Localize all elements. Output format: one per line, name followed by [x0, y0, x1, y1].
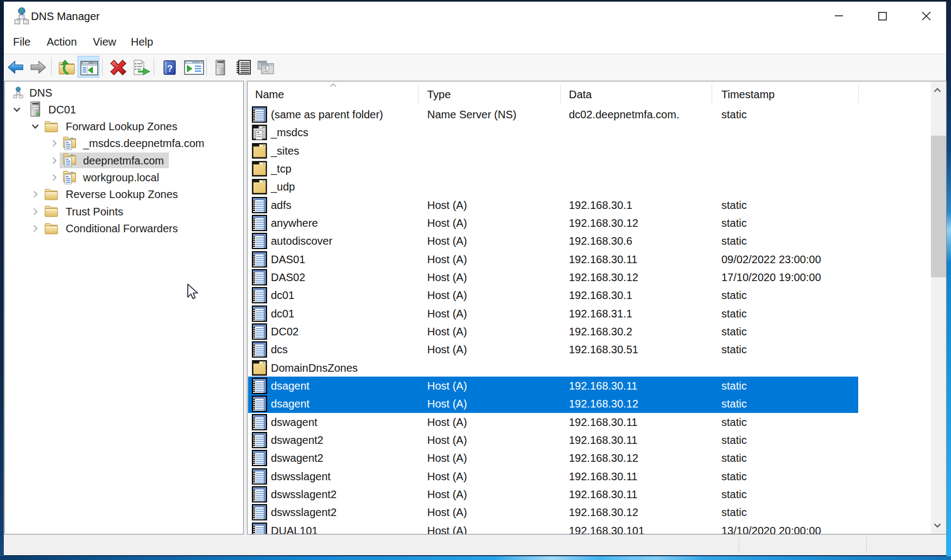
- column-header-timestamp[interactable]: Timestamp: [721, 82, 775, 105]
- toolbar-delete-button[interactable]: [107, 56, 129, 78]
- record-book-icon: [236, 60, 251, 75]
- toolbar-separator: [154, 58, 154, 76]
- vertical-scrollbar[interactable]: [931, 82, 946, 534]
- table-row[interactable]: dc01Host (A)192.168.31.1static: [248, 304, 931, 322]
- chevron-down-icon[interactable]: [31, 124, 39, 129]
- tree-item-trust-points[interactable]: Trust Points: [5, 203, 243, 220]
- tree-item-dc01[interactable]: DC01: [5, 101, 243, 118]
- row-selection-highlight: [248, 377, 858, 395]
- column-divider[interactable]: [418, 84, 419, 104]
- toolbar-forward-button[interactable]: [27, 56, 49, 78]
- scrollbar-thumb[interactable]: [931, 136, 946, 277]
- table-row[interactable]: DAS02Host (A)192.168.30.1217/10/2020 19:…: [248, 268, 931, 286]
- table-row[interactable]: (same as parent folder)Name Server (NS)d…: [248, 105, 931, 123]
- tree-item-conditional-forwarders[interactable]: Conditional Forwarders: [5, 220, 243, 237]
- toolbar-server-tower-button[interactable]: [210, 56, 231, 78]
- tree-item-label: DNS: [29, 84, 52, 101]
- column-header-name[interactable]: Name: [255, 82, 284, 105]
- table-row[interactable]: dsagentHost (A)192.168.30.11static: [248, 377, 931, 394]
- table-row[interactable]: dswsslagent2Host (A)192.168.30.12static: [248, 503, 931, 521]
- table-row[interactable]: _msdcs: [248, 123, 931, 141]
- cell-name: dswagent2: [271, 431, 324, 449]
- menu-file[interactable]: File: [13, 30, 30, 54]
- chevron-right-icon[interactable]: [52, 174, 57, 181]
- table-row[interactable]: dswagent2Host (A)192.168.30.12static: [248, 449, 931, 467]
- list-header: NameTypeDataTimestamp: [248, 82, 931, 105]
- toolbar-record-book-button[interactable]: [232, 56, 254, 78]
- column-divider[interactable]: [858, 84, 859, 104]
- minimize-button[interactable]: [835, 15, 843, 17]
- toolbar-separator: [206, 58, 207, 76]
- cell-timestamp: static: [721, 394, 747, 412]
- cell-data: 192.168.30.11: [569, 467, 637, 485]
- menu-view[interactable]: View: [93, 30, 116, 54]
- dns-manager-icon: [14, 7, 29, 24]
- chevron-right-icon[interactable]: [33, 208, 38, 215]
- column-header-data[interactable]: Data: [569, 82, 592, 105]
- table-row[interactable]: _sites: [248, 142, 931, 160]
- list-folder-icon: [252, 179, 267, 195]
- folder-icon: [45, 121, 58, 132]
- column-divider[interactable]: [712, 84, 712, 104]
- tree-item-workgroup-local[interactable]: workgroup.local: [5, 169, 243, 186]
- menu-help[interactable]: Help: [131, 30, 153, 54]
- forward-arrow-icon: [30, 61, 46, 74]
- table-row[interactable]: DUAL101Host (A)192.168.30.10113/10/2020 …: [248, 521, 931, 534]
- cell-name: anywhere: [271, 214, 318, 232]
- chevron-right-icon[interactable]: [33, 225, 38, 232]
- cell-data: 192.168.30.11: [569, 250, 637, 268]
- chevron-right-icon[interactable]: [52, 157, 57, 164]
- table-row[interactable]: DAS01Host (A)192.168.30.1109/02/2022 23:…: [248, 250, 931, 268]
- table-row[interactable]: _udp: [248, 177, 931, 195]
- cell-data: 192.168.30.12: [569, 394, 638, 412]
- mouse-cursor: [187, 283, 199, 301]
- cell-type: Host (A): [427, 394, 467, 412]
- table-row[interactable]: autodiscoverHost (A)192.168.30.6static: [248, 232, 931, 250]
- chevron-right-icon[interactable]: [52, 139, 57, 147]
- cell-name: dswsslagent: [271, 467, 331, 485]
- cell-name: dc01: [271, 304, 294, 322]
- maximize-button[interactable]: [878, 12, 887, 21]
- scroll-up-icon[interactable]: [934, 88, 941, 93]
- table-row[interactable]: dswsslagent2Host (A)192.168.30.11static: [248, 485, 931, 503]
- table-row[interactable]: DomainDnsZones: [248, 359, 931, 377]
- tree-item-deepnetmfa-com[interactable]: deepnetmfa.com: [5, 152, 243, 169]
- table-row[interactable]: DC02Host (A)192.168.30.2static: [248, 322, 931, 340]
- toolbar-show-console-tree-button[interactable]: [78, 56, 99, 78]
- toolbar-export-list-button[interactable]: [130, 56, 152, 78]
- column-header-type[interactable]: Type: [427, 82, 451, 105]
- record-icon: [252, 504, 267, 520]
- table-row[interactable]: dswagent2Host (A)192.168.30.11static: [248, 431, 931, 449]
- menu-action[interactable]: Action: [47, 30, 77, 54]
- toolbar-back-button[interactable]: [4, 56, 26, 78]
- table-row[interactable]: dswsslagentHost (A)192.168.30.11static: [248, 467, 931, 485]
- tree-item-reverse-lookup-zones[interactable]: Reverse Lookup Zones: [5, 186, 243, 202]
- table-row[interactable]: anywhereHost (A)192.168.30.12static: [248, 214, 931, 232]
- folder-icon: [45, 189, 58, 200]
- cell-data: 192.168.30.101: [569, 521, 644, 534]
- toolbar-up-one-level-button[interactable]: [55, 56, 77, 78]
- table-row[interactable]: adfsHost (A)192.168.30.1static: [248, 196, 931, 214]
- close-button[interactable]: [922, 11, 931, 21]
- column-divider[interactable]: [560, 84, 561, 104]
- table-row[interactable]: dc01Host (A)192.168.30.1static: [248, 286, 931, 304]
- cell-type: Host (A): [427, 413, 467, 431]
- toolbar-help-button[interactable]: [158, 56, 180, 78]
- chevron-down-icon[interactable]: [13, 107, 21, 112]
- scroll-down-icon[interactable]: [934, 523, 941, 528]
- tree-item-dns[interactable]: DNS: [5, 84, 243, 101]
- cell-type: Host (A): [427, 485, 467, 503]
- desktop-screen: DNS Manager FileActionViewHelp DNSDC01Fo…: [0, 0, 951, 560]
- chevron-right-icon[interactable]: [33, 190, 38, 198]
- table-row[interactable]: dswagentHost (A)192.168.30.11static: [248, 413, 931, 431]
- table-row[interactable]: _tcp: [248, 160, 931, 177]
- tree-item-forward-lookup-zones[interactable]: Forward Lookup Zones: [5, 118, 243, 135]
- table-row[interactable]: dsagentHost (A)192.168.30.12static: [248, 394, 931, 412]
- cell-data: 192.168.30.11: [569, 431, 637, 449]
- table-row[interactable]: dcsHost (A)192.168.30.51static: [248, 340, 931, 358]
- toolbar-copy-properties-button[interactable]: [255, 56, 276, 78]
- cell-type: Host (A): [427, 377, 467, 394]
- toolbar-new-window-button[interactable]: [183, 56, 205, 78]
- tree-item--msdcs-deepnetmfa-com[interactable]: _msdcs.deepnetmfa.com: [5, 135, 243, 151]
- cell-data: 192.168.30.11: [569, 485, 637, 503]
